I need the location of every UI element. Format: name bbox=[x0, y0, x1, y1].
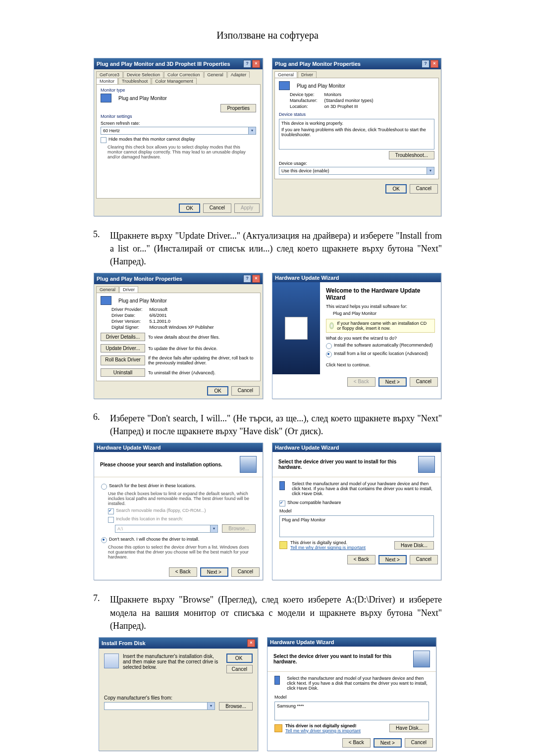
tab-adapter[interactable]: Adapter bbox=[227, 71, 250, 78]
chevron-down-icon[interactable]: ▾ bbox=[210, 525, 217, 532]
uninstall-button[interactable]: Uninstall bbox=[101, 368, 145, 377]
radio-auto[interactable] bbox=[326, 343, 332, 349]
device-usage-value: Use this device (enable) bbox=[279, 168, 427, 174]
back-button[interactable]: < Back bbox=[169, 567, 197, 577]
ok-button[interactable]: OK bbox=[226, 654, 253, 663]
ok-button[interactable]: OK bbox=[179, 203, 200, 213]
rollback-driver-button[interactable]: Roll Back Driver bbox=[101, 355, 145, 365]
cancel-button[interactable]: Cancel bbox=[405, 738, 433, 748]
digital-signer-label: Digital Signer: bbox=[111, 325, 143, 330]
device-name: Plug and Play Monitor bbox=[118, 298, 167, 303]
refresh-rate-dropdown[interactable]: 60 Hertz ▾ bbox=[101, 127, 256, 135]
model-item[interactable]: Plug and Play Monitor bbox=[282, 517, 325, 522]
radio-dont-search[interactable] bbox=[101, 537, 107, 543]
model-item[interactable]: Samsung **** bbox=[277, 704, 304, 708]
monitor-icon bbox=[279, 81, 290, 90]
help-icon[interactable]: ? bbox=[422, 60, 429, 68]
radio-search[interactable] bbox=[101, 484, 107, 490]
cancel-button[interactable]: Cancel bbox=[410, 184, 438, 194]
step-number: 7. bbox=[93, 593, 110, 632]
next-button[interactable]: Next > bbox=[378, 555, 407, 564]
radio-list[interactable] bbox=[326, 352, 332, 357]
radio-dont-search-desc: Choose this option to select the device … bbox=[108, 545, 256, 559]
signing-link[interactable]: Tell me why driver signing is important bbox=[290, 545, 391, 550]
copy-from-dropdown[interactable]: ▾ bbox=[104, 702, 215, 710]
wizard-heading: Please choose your search and installati… bbox=[100, 462, 236, 467]
wizard-search-options: Hardware Update Wizard Please choose you… bbox=[94, 443, 263, 580]
chevron-down-icon[interactable]: ▾ bbox=[207, 703, 214, 709]
cancel-button[interactable]: Cancel bbox=[226, 665, 253, 673]
signed-text: This driver is digitally signed. bbox=[290, 540, 391, 545]
model-label: Model bbox=[279, 508, 434, 513]
tab-general[interactable]: General bbox=[204, 71, 227, 78]
model-list[interactable]: Plug and Play Monitor bbox=[279, 515, 434, 537]
cb-compatible[interactable] bbox=[279, 501, 285, 506]
have-disk-button[interactable]: Have Disk... bbox=[394, 541, 434, 550]
update-driver-button[interactable]: Update Driver... bbox=[101, 344, 145, 353]
wizard-side-image bbox=[272, 282, 320, 374]
tab-general[interactable]: General bbox=[96, 286, 119, 293]
close-icon[interactable]: × bbox=[430, 60, 438, 68]
have-disk-button[interactable]: Have Disk... bbox=[389, 724, 429, 732]
cb-removable-label: Search removable media (floppy, CD-ROM..… bbox=[116, 508, 206, 513]
wizard-header-icon bbox=[413, 651, 430, 667]
dialog-title: Install From Disk bbox=[102, 640, 146, 646]
step-text: Щракнете върху "Update Driver..." (Актуа… bbox=[110, 229, 442, 268]
group-monitor-type: Monitor type bbox=[101, 88, 256, 93]
signing-link[interactable]: Tell me why driver signing is important bbox=[285, 728, 386, 733]
tab-driver[interactable]: Driver bbox=[119, 286, 138, 293]
cb-include-location[interactable] bbox=[108, 517, 114, 523]
cancel-button[interactable]: Cancel bbox=[410, 377, 438, 387]
tab-color-correction[interactable]: Color Correction bbox=[164, 71, 204, 78]
cancel-button[interactable]: Cancel bbox=[231, 567, 260, 577]
monitor-icon bbox=[101, 94, 111, 102]
properties-button[interactable]: Properties bbox=[220, 104, 256, 112]
next-button[interactable]: Next > bbox=[374, 738, 402, 748]
close-icon[interactable]: × bbox=[252, 275, 260, 283]
driver-details-button[interactable]: Driver Details... bbox=[101, 333, 145, 341]
tab-monitor[interactable]: Monitor bbox=[96, 78, 118, 84]
ok-button[interactable]: OK bbox=[207, 386, 228, 396]
tab-geforce3[interactable]: GeForce3 bbox=[96, 71, 123, 78]
radio-search-desc: Use the check boxes below to limit or ex… bbox=[108, 491, 256, 506]
ok-button[interactable]: OK bbox=[385, 184, 406, 194]
apply-button[interactable]: Apply bbox=[234, 203, 260, 213]
tab-troubleshoot[interactable]: Troubleshoot bbox=[118, 78, 151, 84]
manufacturer-value: (Standard monitor types) bbox=[324, 98, 434, 103]
step-5: 5. Щракнете върху "Update Driver..." (Ак… bbox=[93, 229, 442, 268]
tab-driver[interactable]: Driver bbox=[298, 71, 317, 78]
chevron-down-icon[interactable]: ▾ bbox=[427, 167, 434, 174]
next-button[interactable]: Next > bbox=[200, 567, 228, 577]
refresh-rate-label: Screen refresh rate: bbox=[101, 121, 256, 126]
close-icon[interactable]: × bbox=[247, 639, 255, 647]
cb-removable[interactable] bbox=[108, 508, 114, 514]
chevron-down-icon[interactable]: ▾ bbox=[248, 127, 256, 134]
cancel-button[interactable]: Cancel bbox=[203, 203, 231, 213]
warning-icon bbox=[274, 724, 282, 732]
cancel-button[interactable]: Cancel bbox=[410, 555, 438, 564]
path-dropdown[interactable]: A:\ ▾ bbox=[115, 525, 218, 533]
next-button[interactable]: Next > bbox=[378, 377, 407, 387]
wizard-desc: Select the manufacturer and model of you… bbox=[292, 481, 434, 496]
help-icon[interactable]: ? bbox=[243, 275, 251, 283]
browse-button[interactable]: Browse... bbox=[222, 524, 256, 533]
location-label: Location: bbox=[290, 104, 318, 109]
tab-color-management[interactable]: Color Management bbox=[152, 78, 197, 84]
close-icon[interactable]: × bbox=[252, 60, 260, 68]
back-button[interactable]: < Back bbox=[347, 377, 375, 387]
device-usage-dropdown[interactable]: Use this device (enable) ▾ bbox=[279, 167, 434, 175]
wizard-heading: Select the device driver you want to ins… bbox=[278, 459, 414, 470]
tab-device-selection[interactable]: Device Selection bbox=[123, 71, 163, 78]
cancel-button[interactable]: Cancel bbox=[231, 386, 260, 396]
help-icon[interactable]: ? bbox=[243, 60, 251, 68]
troubleshoot-button[interactable]: Troubleshoot... bbox=[389, 151, 434, 159]
back-button[interactable]: < Back bbox=[342, 738, 371, 748]
monitor-name: Plug and Play Monitor bbox=[118, 96, 167, 101]
tab-general[interactable]: General bbox=[274, 71, 297, 78]
step-number: 5. bbox=[93, 229, 110, 268]
hide-modes-checkbox[interactable] bbox=[101, 137, 107, 143]
dialog-title: Plug and Play Monitor Properties bbox=[97, 276, 182, 282]
back-button[interactable]: < Back bbox=[347, 555, 375, 564]
model-list[interactable]: Samsung **** bbox=[274, 702, 429, 720]
browse-button[interactable]: Browse... bbox=[219, 702, 253, 710]
